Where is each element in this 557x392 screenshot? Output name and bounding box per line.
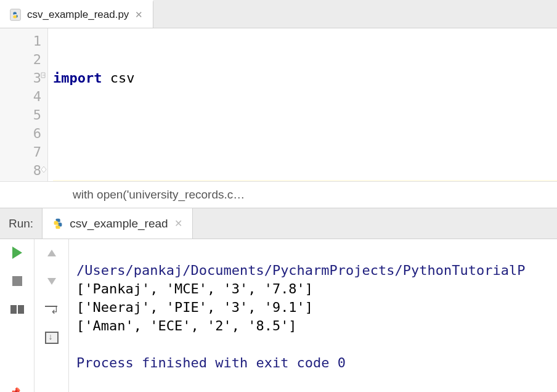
python-file-icon <box>51 217 65 231</box>
console-row: ['Aman', 'ECE', '2', '8.5'] <box>76 318 297 333</box>
scroll-end-icon <box>45 332 59 344</box>
close-icon[interactable]: ✕ <box>134 8 144 22</box>
arrow-up-icon <box>47 250 56 256</box>
code-area[interactable]: import csv with open('university_records… <box>48 28 557 181</box>
editor-tab-bar: csv_example_read.py ✕ <box>0 0 557 28</box>
fold-marker-icon[interactable] <box>40 165 47 173</box>
soft-wrap-icon <box>45 304 59 314</box>
run-actions-column: 📌 <box>0 239 35 392</box>
play-icon <box>12 247 22 259</box>
down-button[interactable] <box>43 272 60 290</box>
interpreter-path: /Users/pankaj/Documents/PycharmProjects/… <box>76 263 525 278</box>
scroll-to-end-button[interactable] <box>43 329 60 346</box>
pin-icon: 📌 <box>10 387 22 392</box>
up-button[interactable] <box>43 244 60 261</box>
softwrap-button[interactable] <box>43 301 60 318</box>
rerun-button[interactable] <box>9 244 26 261</box>
svg-rect-0 <box>10 9 21 20</box>
fold-marker-icon[interactable] <box>40 71 47 79</box>
line-number-gutter: 1 2 3 4 5 6 7 8 9 <box>0 28 48 181</box>
console-actions-column <box>35 239 69 392</box>
layout-icon <box>10 305 24 314</box>
console-row: ['Neeraj', 'PIE', '3', '9.1'] <box>76 300 313 315</box>
tab-filename: csv_example_read.py <box>27 9 129 21</box>
close-icon[interactable]: ✕ <box>173 216 184 231</box>
code-editor[interactable]: 1 2 3 4 5 6 7 8 9 import csv with open('… <box>0 28 557 181</box>
console-row: ['Pankaj', 'MCE', '3', '7.8'] <box>76 281 313 296</box>
stop-icon <box>12 276 22 286</box>
run-label: Run: <box>0 217 42 231</box>
stop-button[interactable] <box>9 272 26 290</box>
editor-tab[interactable]: csv_example_read.py ✕ <box>0 0 153 28</box>
run-tab[interactable]: csv_example_read ✕ <box>42 208 192 239</box>
run-toolwindow-header: Run: csv_example_read ✕ <box>0 208 557 239</box>
console-output[interactable]: /Users/pankaj/Documents/PycharmProjects/… <box>69 239 557 392</box>
breadcrumb[interactable]: with open('university_records.c… <box>0 181 557 208</box>
python-file-icon <box>9 8 22 22</box>
arrow-down-icon <box>47 278 56 285</box>
exit-message: Process finished with exit code 0 <box>76 355 346 370</box>
layout-button[interactable] <box>9 301 26 318</box>
run-tab-name: csv_example_read <box>70 217 168 231</box>
run-toolwindow-body: 📌 /Users/pankaj/Documents/PycharmProject… <box>0 239 557 392</box>
